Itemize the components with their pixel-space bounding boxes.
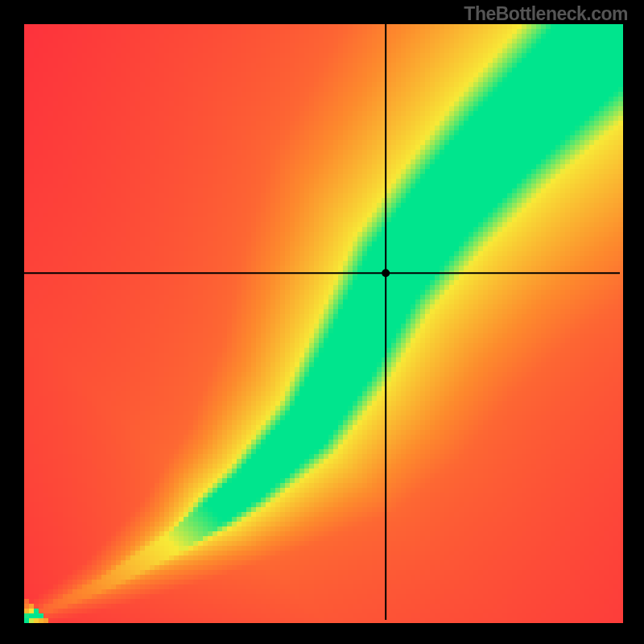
watermark-text: TheBottleneck.com: [464, 3, 628, 25]
overlay-canvas: [0, 0, 644, 644]
